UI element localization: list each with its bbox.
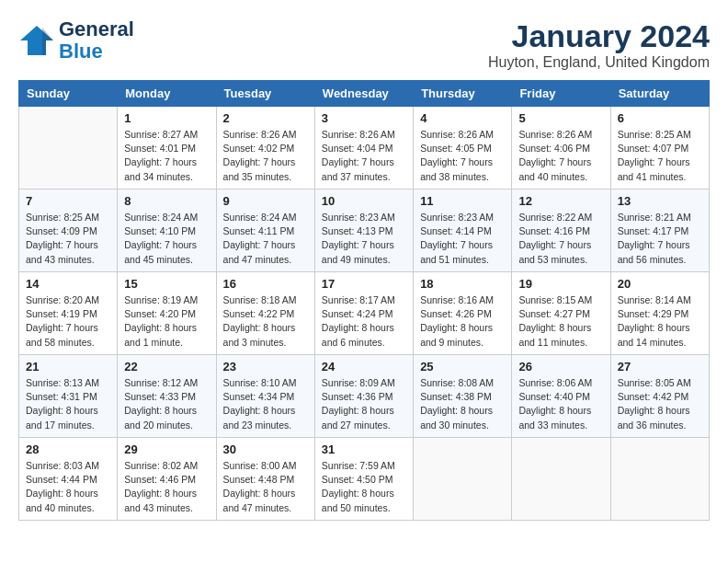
day-info: Sunrise: 7:59 AMSunset: 4:50 PMDaylight:… bbox=[322, 459, 406, 515]
day-info: Sunrise: 8:08 AMSunset: 4:38 PMDaylight:… bbox=[420, 376, 505, 432]
calendar-cell: 28Sunrise: 8:03 AMSunset: 4:44 PMDayligh… bbox=[19, 438, 118, 521]
header-row: SundayMondayTuesdayWednesdayThursdayFrid… bbox=[19, 81, 710, 107]
day-number: 6 bbox=[618, 111, 702, 125]
day-number: 30 bbox=[223, 442, 308, 456]
day-info: Sunrise: 8:23 AMSunset: 4:14 PMDaylight:… bbox=[420, 211, 505, 267]
calendar-cell: 29Sunrise: 8:02 AMSunset: 4:46 PMDayligh… bbox=[118, 438, 216, 521]
calendar-table: SundayMondayTuesdayWednesdayThursdayFrid… bbox=[18, 80, 710, 521]
calendar-cell: 22Sunrise: 8:12 AMSunset: 4:33 PMDayligh… bbox=[118, 355, 216, 438]
day-number: 10 bbox=[322, 194, 406, 208]
calendar-cell: 21Sunrise: 8:13 AMSunset: 4:31 PMDayligh… bbox=[19, 355, 118, 438]
day-number: 25 bbox=[420, 360, 505, 373]
day-number: 29 bbox=[124, 442, 209, 456]
day-number: 13 bbox=[618, 194, 702, 208]
day-number: 7 bbox=[26, 194, 110, 208]
calendar-cell: 7Sunrise: 8:25 AMSunset: 4:09 PMDaylight… bbox=[19, 190, 118, 272]
calendar-cell bbox=[512, 438, 610, 521]
day-number: 20 bbox=[618, 277, 702, 291]
day-number: 17 bbox=[322, 277, 406, 291]
col-header-saturday: Saturday bbox=[610, 81, 709, 107]
calendar-cell: 6Sunrise: 8:25 AMSunset: 4:07 PMDaylight… bbox=[610, 107, 709, 190]
day-info: Sunrise: 8:24 AMSunset: 4:11 PMDaylight:… bbox=[223, 211, 308, 267]
calendar-cell: 24Sunrise: 8:09 AMSunset: 4:36 PMDayligh… bbox=[314, 355, 413, 438]
day-info: Sunrise: 8:19 AMSunset: 4:20 PMDaylight:… bbox=[124, 293, 209, 350]
day-number: 11 bbox=[420, 194, 505, 208]
title-block: January 2024 Huyton, England, United Kin… bbox=[488, 18, 710, 71]
day-number: 31 bbox=[322, 442, 406, 456]
day-info: Sunrise: 8:26 AMSunset: 4:02 PMDaylight:… bbox=[223, 128, 308, 184]
calendar-cell: 26Sunrise: 8:06 AMSunset: 4:40 PMDayligh… bbox=[512, 355, 610, 438]
month-year-title: January 2024 bbox=[488, 18, 710, 54]
calendar-cell: 25Sunrise: 8:08 AMSunset: 4:38 PMDayligh… bbox=[414, 355, 512, 438]
calendar-cell: 4Sunrise: 8:26 AMSunset: 4:05 PMDaylight… bbox=[414, 107, 512, 190]
calendar-cell: 12Sunrise: 8:22 AMSunset: 4:16 PMDayligh… bbox=[512, 190, 610, 272]
day-info: Sunrise: 8:02 AMSunset: 4:46 PMDaylight:… bbox=[124, 459, 209, 515]
day-info: Sunrise: 8:14 AMSunset: 4:29 PMDaylight:… bbox=[618, 293, 702, 350]
day-info: Sunrise: 8:12 AMSunset: 4:33 PMDaylight:… bbox=[124, 376, 209, 432]
calendar-cell: 11Sunrise: 8:23 AMSunset: 4:14 PMDayligh… bbox=[414, 190, 512, 272]
calendar-cell: 18Sunrise: 8:16 AMSunset: 4:26 PMDayligh… bbox=[414, 272, 512, 355]
logo-general: General bbox=[59, 18, 134, 40]
calendar-cell: 2Sunrise: 8:26 AMSunset: 4:02 PMDaylight… bbox=[216, 107, 314, 190]
calendar-cell: 23Sunrise: 8:10 AMSunset: 4:34 PMDayligh… bbox=[216, 355, 314, 438]
day-number: 3 bbox=[322, 111, 406, 125]
day-info: Sunrise: 8:03 AMSunset: 4:44 PMDaylight:… bbox=[26, 459, 110, 515]
col-header-sunday: Sunday bbox=[19, 81, 118, 107]
calendar-cell: 3Sunrise: 8:26 AMSunset: 4:04 PMDaylight… bbox=[314, 107, 413, 190]
calendar-cell: 30Sunrise: 8:00 AMSunset: 4:48 PMDayligh… bbox=[216, 438, 314, 521]
day-number: 8 bbox=[124, 194, 209, 208]
day-info: Sunrise: 8:22 AMSunset: 4:16 PMDaylight:… bbox=[518, 211, 603, 267]
day-number: 4 bbox=[420, 111, 505, 125]
day-info: Sunrise: 8:09 AMSunset: 4:36 PMDaylight:… bbox=[322, 376, 406, 432]
day-info: Sunrise: 8:16 AMSunset: 4:26 PMDaylight:… bbox=[420, 293, 505, 350]
location-subtitle: Huyton, England, United Kingdom bbox=[488, 54, 710, 71]
day-number: 21 bbox=[26, 360, 110, 373]
day-info: Sunrise: 8:25 AMSunset: 4:07 PMDaylight:… bbox=[618, 128, 702, 184]
calendar-cell: 5Sunrise: 8:26 AMSunset: 4:06 PMDaylight… bbox=[512, 107, 610, 190]
col-header-tuesday: Tuesday bbox=[216, 81, 314, 107]
calendar-cell: 27Sunrise: 8:05 AMSunset: 4:42 PMDayligh… bbox=[610, 355, 709, 438]
day-info: Sunrise: 8:17 AMSunset: 4:24 PMDaylight:… bbox=[322, 293, 406, 350]
calendar-cell: 14Sunrise: 8:20 AMSunset: 4:19 PMDayligh… bbox=[19, 272, 118, 355]
calendar-cell: 8Sunrise: 8:24 AMSunset: 4:10 PMDaylight… bbox=[118, 190, 216, 272]
day-info: Sunrise: 8:18 AMSunset: 4:22 PMDaylight:… bbox=[223, 293, 308, 350]
day-info: Sunrise: 8:26 AMSunset: 4:04 PMDaylight:… bbox=[322, 128, 406, 184]
logo: General Blue bbox=[18, 18, 134, 63]
day-number: 12 bbox=[518, 194, 603, 208]
day-number: 22 bbox=[124, 360, 209, 373]
day-info: Sunrise: 8:24 AMSunset: 4:10 PMDaylight:… bbox=[124, 211, 209, 267]
calendar-cell bbox=[610, 438, 709, 521]
day-info: Sunrise: 8:27 AMSunset: 4:01 PMDaylight:… bbox=[124, 128, 209, 184]
calendar-cell bbox=[414, 438, 512, 521]
day-number: 14 bbox=[26, 277, 110, 291]
day-number: 5 bbox=[518, 111, 603, 125]
day-number: 15 bbox=[124, 277, 209, 291]
calendar-week-1: 1Sunrise: 8:27 AMSunset: 4:01 PMDaylight… bbox=[19, 107, 710, 190]
calendar-cell: 16Sunrise: 8:18 AMSunset: 4:22 PMDayligh… bbox=[216, 272, 314, 355]
day-number: 19 bbox=[518, 277, 603, 291]
page-header: General Blue January 2024 Huyton, Englan… bbox=[18, 18, 710, 71]
day-number: 16 bbox=[223, 277, 308, 291]
day-number: 24 bbox=[322, 360, 406, 373]
calendar-week-4: 21Sunrise: 8:13 AMSunset: 4:31 PMDayligh… bbox=[19, 355, 710, 438]
col-header-wednesday: Wednesday bbox=[314, 81, 413, 107]
calendar-cell: 15Sunrise: 8:19 AMSunset: 4:20 PMDayligh… bbox=[118, 272, 216, 355]
logo-blue: Blue bbox=[59, 40, 134, 63]
day-info: Sunrise: 8:23 AMSunset: 4:13 PMDaylight:… bbox=[322, 211, 406, 267]
calendar-cell: 31Sunrise: 7:59 AMSunset: 4:50 PMDayligh… bbox=[314, 438, 413, 521]
day-info: Sunrise: 8:13 AMSunset: 4:31 PMDaylight:… bbox=[26, 376, 110, 432]
day-number: 2 bbox=[223, 111, 308, 125]
calendar-cell: 10Sunrise: 8:23 AMSunset: 4:13 PMDayligh… bbox=[314, 190, 413, 272]
logo-icon bbox=[18, 24, 55, 57]
calendar-cell: 1Sunrise: 8:27 AMSunset: 4:01 PMDaylight… bbox=[118, 107, 216, 190]
col-header-friday: Friday bbox=[512, 81, 610, 107]
day-number: 27 bbox=[618, 360, 702, 373]
day-number: 9 bbox=[223, 194, 308, 208]
calendar-cell: 20Sunrise: 8:14 AMSunset: 4:29 PMDayligh… bbox=[610, 272, 709, 355]
calendar-cell: 17Sunrise: 8:17 AMSunset: 4:24 PMDayligh… bbox=[314, 272, 413, 355]
day-info: Sunrise: 8:10 AMSunset: 4:34 PMDaylight:… bbox=[223, 376, 308, 432]
day-number: 18 bbox=[420, 277, 505, 291]
calendar-cell bbox=[19, 107, 118, 190]
calendar-week-2: 7Sunrise: 8:25 AMSunset: 4:09 PMDaylight… bbox=[19, 190, 710, 272]
calendar-cell: 19Sunrise: 8:15 AMSunset: 4:27 PMDayligh… bbox=[512, 272, 610, 355]
